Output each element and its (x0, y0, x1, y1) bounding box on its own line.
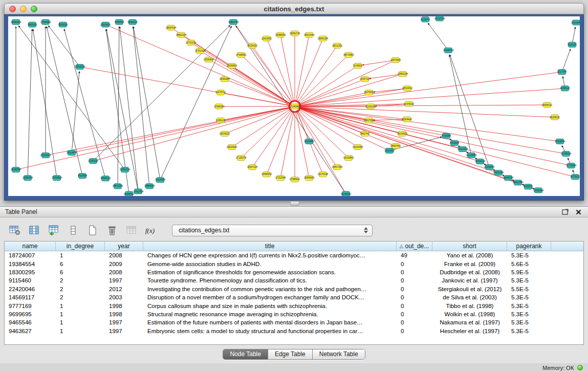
row-tools-button[interactable] (67, 224, 80, 237)
graph-node[interactable]: 15610448 (571, 20, 580, 25)
table-row[interactable]: 911546021997Tourette syndrome. Phenomeno… (5, 276, 583, 285)
graph-node[interactable]: 19154925 (397, 131, 408, 136)
graph-node[interactable]: 18214874 (67, 150, 77, 155)
graph-node[interactable]: 9143922 (353, 63, 362, 69)
graph-node[interactable]: 18822204 (176, 32, 187, 37)
graph-node[interactable]: 15134862 (304, 139, 315, 144)
graph-node[interactable]: 20160204 (40, 153, 51, 158)
graph-node[interactable]: 18660494 (11, 19, 21, 25)
graph-node[interactable]: 20516304 (75, 64, 85, 70)
graph-node[interactable]: 14872005 (390, 57, 401, 62)
graph-node[interactable]: 10647104 (360, 77, 371, 82)
graph-node[interactable]: 12160108 (365, 104, 376, 109)
graph-node[interactable]: 18130704 (434, 16, 445, 21)
graph-node[interactable]: 14352184 (493, 170, 504, 176)
graph-node[interactable]: 10235944 (484, 165, 495, 170)
graph-node[interactable]: 9227744 (557, 70, 567, 75)
graph-node[interactable]: 19086053 (275, 32, 286, 37)
graph-node[interactable]: 20561234 (120, 167, 130, 172)
graph-node[interactable]: 12912354 (133, 189, 144, 194)
graph-node[interactable]: 15824744 (228, 19, 239, 25)
graph-node[interactable]: 12204284 (353, 144, 363, 149)
graph-node[interactable]: 12475712 (215, 90, 226, 95)
graph-node[interactable]: 18012354 (513, 180, 524, 185)
graph-node[interactable]: 15689252 (262, 172, 272, 177)
graph-node[interactable]: 11381111 (215, 118, 226, 123)
graph-node[interactable]: 18245092 (341, 191, 352, 196)
column-header-out_degree[interactable]: △out_de... (397, 242, 432, 251)
graph-node[interactable]: 17586541 (290, 177, 300, 182)
window-titlebar[interactable]: citations_edges.txt (4, 3, 584, 14)
graph-node[interactable]: 15958112 (542, 102, 553, 107)
table-row[interactable]: 946362711997Embryonic stem cells: a mode… (5, 327, 583, 335)
tab-node-table[interactable]: Node Table (223, 349, 268, 359)
graph-node[interactable]: 16158112 (550, 115, 560, 120)
graph-node[interactable]: 16778123 (570, 174, 580, 180)
close-panel-icon[interactable] (574, 208, 583, 216)
graph-node[interactable]: 16124564 (466, 153, 477, 158)
graph-node[interactable]: 15124504 (155, 178, 166, 183)
graph-node[interactable]: 16461114 (127, 19, 138, 25)
graph-node[interactable]: 10918594 (555, 139, 565, 144)
graph-node[interactable]: 10722234 (186, 40, 197, 45)
graph-node[interactable]: 16476652 (364, 90, 375, 95)
function-builder-button[interactable]: f(x) (144, 224, 158, 237)
table-row[interactable]: 1872400712008Changes of HCN gene express… (5, 251, 583, 259)
table-row[interactable]: 1830029562008Estimation of significance … (5, 268, 583, 276)
graph-node[interactable]: 17999364 (214, 104, 225, 109)
graph-node[interactable]: 12610651 (262, 36, 272, 41)
graph-node[interactable]: 14156123 (560, 86, 571, 91)
graph-node[interactable]: 18226321 (247, 43, 258, 48)
table-row[interactable]: 2242004622012Investigating the contribut… (5, 285, 583, 293)
graph-node[interactable]: 15817264 (332, 165, 343, 170)
graph-node[interactable]: 16520822 (227, 144, 237, 149)
graph-node[interactable]: 17710544 (566, 163, 577, 168)
graph-node[interactable]: 10861204 (398, 72, 408, 77)
new-table-button[interactable] (86, 224, 99, 237)
graph-node[interactable]: 9319244 (450, 140, 459, 145)
table-row[interactable]: 1456911722003Disruption of a novel membe… (5, 293, 583, 301)
graph-node[interactable]: 12455664 (533, 188, 544, 193)
graph-node[interactable]: 12176118 (318, 172, 329, 177)
graph-node[interactable]: 15761424 (195, 48, 206, 53)
network-canvas[interactable]: 1724066712160108164766521064710491439221… (8, 16, 580, 196)
graph-node[interactable]: 16648794 (443, 48, 454, 53)
graph-node[interactable]: 9605119 (28, 22, 37, 27)
graph-node[interactable]: 19565683 (304, 176, 315, 181)
graph-node[interactable]: 12082394 (23, 176, 33, 181)
network-table-selector[interactable]: citations_edges.txt (172, 225, 373, 236)
graph-node[interactable]: 12610626 (100, 22, 111, 27)
graph-node[interactable]: 15056804 (227, 63, 237, 69)
graph-node[interactable]: 12785604 (561, 151, 572, 157)
graph-node[interactable]: 16510612 (402, 86, 413, 91)
table-row[interactable]: 946554611997Estimation of the future num… (5, 318, 583, 326)
graph-node[interactable]: 19584504 (144, 184, 155, 189)
graph-node[interactable]: 18574683 (343, 52, 354, 57)
graph-node[interactable]: 14512301 (332, 43, 343, 48)
graph-node[interactable]: 18185504 (11, 167, 21, 172)
graph-node[interactable]: 12912304 (458, 146, 468, 151)
graph-node[interactable]: 9862742 (360, 131, 369, 136)
table-options-button[interactable] (8, 224, 21, 237)
show-columns-button[interactable] (28, 224, 41, 237)
panel-splitter-handle[interactable] (290, 202, 299, 206)
tab-network-table[interactable]: Network Table (313, 349, 365, 359)
table-row[interactable]: 977716911998Corpus callosum shape and si… (5, 301, 583, 310)
close-window-button[interactable] (9, 6, 16, 12)
graph-node[interactable]: 8125074 (421, 17, 430, 22)
graph-node[interactable]: 9224124 (568, 42, 577, 47)
graph-node[interactable]: 9501594 (78, 173, 87, 179)
graph-node[interactable]: 9356554 (115, 19, 124, 25)
graph-node[interactable]: 18614044 (304, 32, 315, 37)
graph-node[interactable]: 17135278 (236, 156, 247, 161)
graph-node[interactable]: 19997644 (166, 25, 177, 30)
graph-node[interactable]: 11504462 (402, 117, 412, 122)
graph-node[interactable]: 12191114 (88, 159, 98, 164)
graph-node[interactable]: 17548563 (236, 52, 247, 57)
table-row[interactable]: 969969511998Structural magnetic resonanc… (5, 310, 583, 318)
graph-node[interactable]: 16845204 (503, 176, 514, 181)
import-table-button[interactable] (125, 224, 138, 237)
column-header-short[interactable]: short (432, 242, 507, 251)
create-column-button[interactable] (47, 224, 60, 237)
tab-edge-table[interactable]: Edge Table (268, 349, 313, 359)
